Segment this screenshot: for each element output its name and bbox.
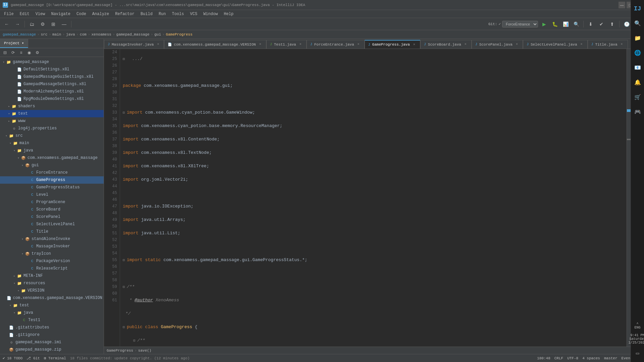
taskbar-chrome[interactable]: 🌐 <box>632 47 644 59</box>
status-position[interactable]: 180:48 <box>537 356 550 360</box>
file-tab-scorepanel[interactable]: J ScorePanel.java × <box>472 40 523 49</box>
run-with-coverage[interactable]: 📊 <box>561 19 570 29</box>
tree-item-shaders[interactable]: ▸ 📁 shaders <box>0 103 104 110</box>
tree-item-java-test[interactable]: ▾ 📁 java <box>0 309 104 316</box>
menu-help[interactable]: Help <box>221 11 236 17</box>
file-tab-scoreboard[interactable]: J ScoreBoard.java × <box>420 40 472 49</box>
tree-item-level[interactable]: C Level <box>0 191 104 198</box>
tree-item-src[interactable]: ▾ 📁 src <box>0 132 104 139</box>
tab-close-version[interactable]: × <box>258 42 263 47</box>
file-tab-version[interactable]: 📄 com.xenoamess.gamepad_massage.VERSION … <box>164 40 266 49</box>
tree-item-text[interactable]: ▾ 📁 text <box>0 110 104 117</box>
scroll-markers[interactable] <box>627 49 631 347</box>
taskbar-search[interactable]: 🔍 <box>632 17 644 29</box>
tree-item-rpg-module[interactable]: 📄 RpgModuleDemoSettings.x8l <box>0 95 104 103</box>
tree-item-defaults[interactable]: 📄 DefaultSettings.x8l <box>0 66 104 73</box>
breadcrumb-gameprogress[interactable]: GameProgress <box>166 33 193 37</box>
menu-code[interactable]: Code <box>74 11 89 17</box>
tree-item-gamepad-massage-imi[interactable]: ⚙ gamepad_massage.imi <box>0 339 104 346</box>
menu-navigate[interactable]: Navigate <box>48 11 73 17</box>
tab-close-test1[interactable]: × <box>298 42 303 47</box>
profile-button[interactable]: 🔍 <box>572 19 581 29</box>
tree-item-standalone[interactable]: ▾ 📦 standAloneInvoke <box>0 235 104 243</box>
file-tab-selectlevelpanel[interactable]: J SelectLevelPanel.java × <box>523 40 588 49</box>
editor-nav-gameprogress[interactable]: GameProgress <box>107 349 133 353</box>
breadcrumb-com[interactable]: com <box>80 33 87 37</box>
back-button[interactable]: ← <box>2 19 11 29</box>
editor-nav-save[interactable]: save() <box>138 349 152 353</box>
tree-collapse-all[interactable]: ⊟ <box>1 49 9 56</box>
tree-item-force-entrance[interactable]: C ForceEntrance <box>0 169 104 176</box>
code-editor[interactable]: 24 25 26 27 28 29 30 31 32 33 34 35 36 3… <box>104 49 631 347</box>
tree-item-score-panel[interactable]: C ScorePanel <box>0 213 104 221</box>
tab-close-title[interactable]: × <box>620 42 624 47</box>
taskbar-file-explorer[interactable]: 📁 <box>632 32 644 44</box>
tree-item-massage-invoker[interactable]: C MassageInvoker <box>0 243 104 250</box>
menu-tools[interactable]: Tools <box>169 11 187 17</box>
breadcrumb-gamepad[interactable]: gamepad_massage <box>116 33 150 37</box>
taskbar-notifications2[interactable]: 🔔 <box>632 76 644 88</box>
run-config-select[interactable]: ForceEntrance <box>502 21 538 27</box>
menu-file[interactable]: File <box>1 11 16 17</box>
menu-window[interactable]: Window <box>201 11 220 17</box>
file-tab-gameprogress[interactable]: J GameProgress.java × <box>365 40 420 49</box>
tree-item-gitattributes[interactable]: 📄 .gitattributes <box>0 324 104 331</box>
tree-item-gamepad-gui[interactable]: 📄 GamepadMassageGuiSettings.x8l <box>0 73 104 80</box>
tree-item-test1[interactable]: C Test1 <box>0 316 104 324</box>
breadcrumb-gamepad-massage[interactable]: gamepad_massage <box>3 33 36 37</box>
tree-item-test-folder[interactable]: ▾ 📁 test <box>0 302 104 309</box>
tree-item-package-version[interactable]: C PackageVersion <box>0 257 104 265</box>
menu-view[interactable]: View <box>33 11 48 17</box>
tree-item-game-progress-status[interactable]: C GameProgressStatus <box>0 184 104 191</box>
status-charset[interactable]: UTF-8 <box>567 356 578 360</box>
toolbar-btn-4[interactable]: — <box>59 19 69 29</box>
tree-item-version-file[interactable]: 📄 com.xenoamess.gamepad_massage.VERSION <box>0 294 104 302</box>
tab-close-massageinvoker[interactable]: × <box>156 42 160 47</box>
tree-gear[interactable]: ⚙ <box>34 49 41 56</box>
tab-close-forceentrance[interactable]: × <box>356 42 361 47</box>
tree-item-gitignore[interactable]: 📄 .gitignore <box>0 331 104 339</box>
menu-refactor[interactable]: Refactor <box>112 11 137 17</box>
tree-item-resources[interactable]: ▾ 📁 resources <box>0 280 104 287</box>
minimize-button[interactable]: — <box>619 2 625 8</box>
vcs-push-button[interactable]: ⬆ <box>607 19 617 29</box>
file-tab-test1[interactable]: J Test1.java × <box>266 40 307 49</box>
tree-settings[interactable]: ≡ <box>17 49 25 56</box>
tab-close-selectlevelpanel[interactable]: × <box>579 42 584 47</box>
file-tab-title[interactable]: J Title.java × <box>588 40 628 49</box>
run-button[interactable]: ▶ <box>539 19 549 29</box>
tree-item-log4j[interactable]: ⚙ log4j.properties <box>0 125 104 132</box>
breadcrumb-gui[interactable]: gui <box>154 33 161 37</box>
taskbar-intellij[interactable]: IJ <box>632 3 644 15</box>
tree-item-score-board[interactable]: C ScoreBoard <box>0 206 104 213</box>
project-structure-button[interactable]: 🗂 <box>27 19 37 29</box>
tree-item-com-main[interactable]: ▾ 📦 com.xenoamess.gamepad_massage <box>0 154 104 162</box>
vcs-update-button[interactable]: ⬇ <box>586 19 595 29</box>
taskbar-mail[interactable]: 📧 <box>632 62 644 74</box>
tree-item-meta-inf[interactable]: ▸ 📁 META-INF <box>0 272 104 280</box>
forward-button[interactable]: → <box>13 19 22 29</box>
toolbar-btn-3[interactable]: ⊞ <box>49 19 58 29</box>
tree-item-program-scene[interactable]: C ProgramScene <box>0 198 104 206</box>
tree-item-root[interactable]: ▾ 📁 gamepad_massage <box>0 58 104 66</box>
taskbar-store[interactable]: 🛒 <box>632 91 644 103</box>
status-terminal[interactable]: ⊞ Terminal <box>44 356 66 360</box>
tree-item-title[interactable]: C Title <box>0 228 104 235</box>
tree-item-gamepad-massage-zip[interactable]: 📦 gamepad_massage.zip <box>0 346 104 353</box>
menu-edit[interactable]: Edit <box>17 11 32 17</box>
tab-close-gameprogress[interactable]: × <box>412 42 417 47</box>
status-indent[interactable]: 4 spaces <box>582 356 600 360</box>
tree-item-modern-alchemy[interactable]: 📄 ModernAlchemySettings.x8l <box>0 88 104 95</box>
sys-tray[interactable]: ^ ENG <box>633 321 642 331</box>
tree-refresh[interactable]: ⟳ <box>9 49 17 56</box>
clock[interactable]: 9:41 PM Saturday 1/25/2020 <box>627 332 644 346</box>
tree-item-java-main[interactable]: ▾ 📁 java <box>0 147 104 154</box>
breadcrumb-xenoamess[interactable]: xenoamess <box>92 33 111 37</box>
code-content[interactable]: ⊡ .../ package com.xenoamess.gamepad_mas… <box>120 49 627 347</box>
status-crlf[interactable]: CRLF <box>554 356 563 360</box>
breadcrumb-src[interactable]: src <box>41 33 48 37</box>
tree-item-game-progress[interactable]: C GameProgress <box>0 176 104 184</box>
menu-build[interactable]: Build <box>138 11 155 17</box>
breadcrumb-java[interactable]: java <box>66 33 75 37</box>
status-git[interactable]: ⎇ Git <box>26 356 40 360</box>
